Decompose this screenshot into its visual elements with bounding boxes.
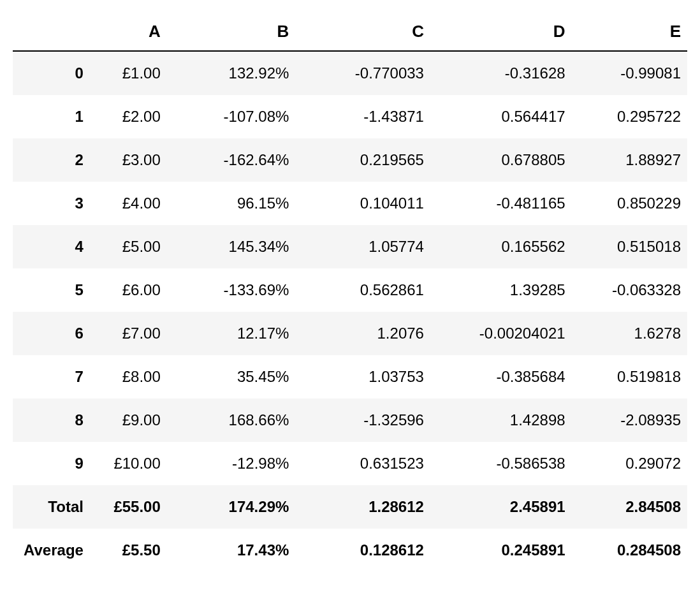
- row-index: 2: [13, 138, 90, 182]
- cell-b: -107.08%: [167, 95, 296, 138]
- row-index: 5: [13, 268, 90, 312]
- table-row: 2 £3.00 -162.64% 0.219565 0.678805 1.889…: [13, 138, 687, 182]
- table-row: 4 £5.00 145.34% 1.05774 0.165562 0.51501…: [13, 225, 687, 268]
- table-row: 5 £6.00 -133.69% 0.562861 1.39285 -0.063…: [13, 268, 687, 312]
- cell-c: -1.43871: [295, 95, 430, 138]
- cell-a: £10.00: [90, 442, 167, 485]
- table-row: 6 £7.00 12.17% 1.2076 -0.00204021 1.6278: [13, 312, 687, 355]
- summary-row-total: Total £55.00 174.29% 1.28612 2.45891 2.8…: [13, 485, 687, 529]
- cell-c: -0.770033: [295, 51, 430, 95]
- summary-d: 2.45891: [430, 485, 572, 529]
- summary-a: £5.50: [90, 529, 167, 572]
- cell-d: -0.385684: [430, 355, 572, 399]
- cell-e: -0.99081: [572, 51, 687, 95]
- row-index: 7: [13, 355, 90, 399]
- cell-a: £9.00: [90, 399, 167, 442]
- summary-label: Total: [13, 485, 90, 529]
- table-body: 0 £1.00 132.92% -0.770033 -0.31628 -0.99…: [13, 51, 687, 572]
- table-row: 9 £10.00 -12.98% 0.631523 -0.586538 0.29…: [13, 442, 687, 485]
- header-col-c: C: [295, 13, 430, 51]
- row-index: 6: [13, 312, 90, 355]
- header-index: [13, 13, 90, 51]
- summary-b: 174.29%: [167, 485, 296, 529]
- cell-e: 0.519818: [572, 355, 687, 399]
- cell-b: 132.92%: [167, 51, 296, 95]
- header-row: A B C D E: [13, 13, 687, 51]
- cell-c: 0.219565: [295, 138, 430, 182]
- header-col-e: E: [572, 13, 687, 51]
- summary-c: 1.28612: [295, 485, 430, 529]
- summary-row-average: Average £5.50 17.43% 0.128612 0.245891 0…: [13, 529, 687, 572]
- cell-d: -0.586538: [430, 442, 572, 485]
- summary-b: 17.43%: [167, 529, 296, 572]
- cell-b: 145.34%: [167, 225, 296, 268]
- row-index: 4: [13, 225, 90, 268]
- row-index: 8: [13, 399, 90, 442]
- cell-d: -0.481165: [430, 182, 572, 225]
- cell-d: 0.678805: [430, 138, 572, 182]
- cell-b: 12.17%: [167, 312, 296, 355]
- header-col-d: D: [430, 13, 572, 51]
- table-row: 0 £1.00 132.92% -0.770033 -0.31628 -0.99…: [13, 51, 687, 95]
- cell-b: 96.15%: [167, 182, 296, 225]
- cell-b: -162.64%: [167, 138, 296, 182]
- cell-c: 0.104011: [295, 182, 430, 225]
- row-index: 3: [13, 182, 90, 225]
- header-col-b: B: [167, 13, 296, 51]
- cell-c: 0.631523: [295, 442, 430, 485]
- cell-a: £7.00: [90, 312, 167, 355]
- cell-e: 0.295722: [572, 95, 687, 138]
- cell-e: -2.08935: [572, 399, 687, 442]
- data-table: A B C D E 0 £1.00 132.92% -0.770033 -0.3…: [13, 13, 687, 572]
- summary-label: Average: [13, 529, 90, 572]
- cell-a: £3.00: [90, 138, 167, 182]
- table-row: 1 £2.00 -107.08% -1.43871 0.564417 0.295…: [13, 95, 687, 138]
- cell-b: 35.45%: [167, 355, 296, 399]
- cell-e: 1.88927: [572, 138, 687, 182]
- summary-e: 2.84508: [572, 485, 687, 529]
- cell-d: -0.31628: [430, 51, 572, 95]
- cell-d: 0.165562: [430, 225, 572, 268]
- cell-d: -0.00204021: [430, 312, 572, 355]
- cell-d: 1.42898: [430, 399, 572, 442]
- cell-c: 1.2076: [295, 312, 430, 355]
- cell-d: 0.564417: [430, 95, 572, 138]
- cell-e: 1.6278: [572, 312, 687, 355]
- cell-a: £4.00: [90, 182, 167, 225]
- cell-a: £5.00: [90, 225, 167, 268]
- row-index: 1: [13, 95, 90, 138]
- header-col-a: A: [90, 13, 167, 51]
- table-row: 7 £8.00 35.45% 1.03753 -0.385684 0.51981…: [13, 355, 687, 399]
- cell-b: -133.69%: [167, 268, 296, 312]
- summary-c: 0.128612: [295, 529, 430, 572]
- cell-e: 0.515018: [572, 225, 687, 268]
- cell-a: £2.00: [90, 95, 167, 138]
- cell-c: 0.562861: [295, 268, 430, 312]
- cell-d: 1.39285: [430, 268, 572, 312]
- summary-d: 0.245891: [430, 529, 572, 572]
- cell-a: £1.00: [90, 51, 167, 95]
- summary-e: 0.284508: [572, 529, 687, 572]
- cell-b: 168.66%: [167, 399, 296, 442]
- cell-e: -0.063328: [572, 268, 687, 312]
- cell-c: 1.05774: [295, 225, 430, 268]
- table-row: 8 £9.00 168.66% -1.32596 1.42898 -2.0893…: [13, 399, 687, 442]
- row-index: 9: [13, 442, 90, 485]
- cell-e: 0.29072: [572, 442, 687, 485]
- table-row: 3 £4.00 96.15% 0.104011 -0.481165 0.8502…: [13, 182, 687, 225]
- cell-b: -12.98%: [167, 442, 296, 485]
- cell-a: £6.00: [90, 268, 167, 312]
- cell-c: -1.32596: [295, 399, 430, 442]
- row-index: 0: [13, 51, 90, 95]
- cell-e: 0.850229: [572, 182, 687, 225]
- summary-a: £55.00: [90, 485, 167, 529]
- cell-c: 1.03753: [295, 355, 430, 399]
- cell-a: £8.00: [90, 355, 167, 399]
